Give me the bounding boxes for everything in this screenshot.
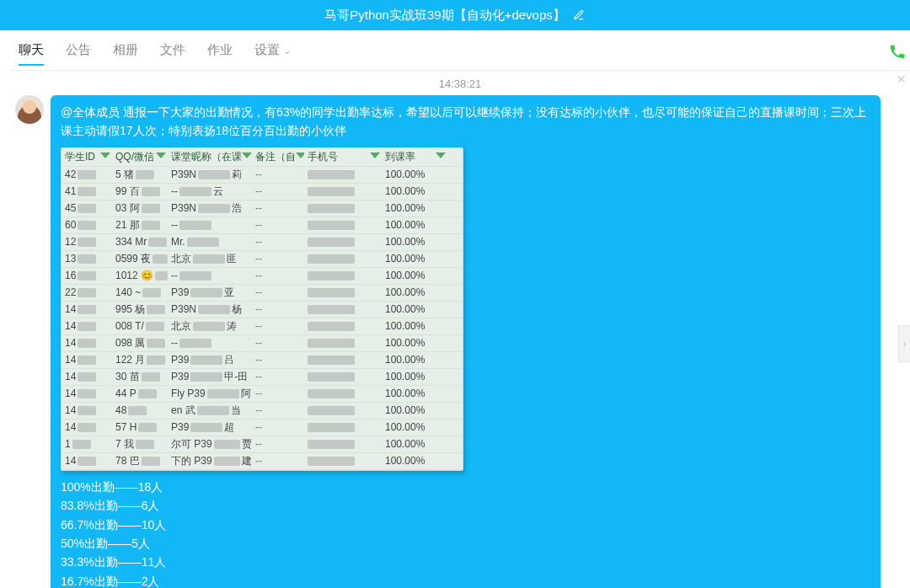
tab-files[interactable]: 文件	[160, 42, 185, 65]
titlebar: 马哥Python实战班39期【自动化+devops】	[0, 0, 910, 30]
message-bubble: @全体成员 通报一下大家的出勤情况，有63%的同学出勤率达标，希望以后可以继续保…	[51, 95, 881, 588]
close-icon[interactable]: ✕	[897, 72, 907, 86]
table-row: 14098 厲----100.00%	[62, 335, 463, 352]
table-row: 14008 T/北京涛--100.00%	[62, 318, 463, 335]
table-header: 学生ID QQ/微信 课堂昵称（在课 备注（自 手机号 到课率	[62, 148, 463, 167]
table-row: 161012 😊----100.00%	[62, 268, 463, 285]
col-phone: 手机号	[304, 149, 382, 165]
tab-album[interactable]: 相册	[113, 42, 138, 65]
col-rate: 到课率	[382, 149, 447, 165]
stats-line: 100%出勤——18人	[61, 478, 870, 496]
filter-icon[interactable]	[156, 152, 166, 162]
table-row: 130599 夜北京匪--100.00%	[62, 251, 463, 268]
message-row: @全体成员 通报一下大家的出勤情况，有63%的同学出勤率达标，希望以后可以继续保…	[10, 95, 910, 588]
table-row: 22140 ~P39亚--100.00%	[62, 285, 463, 302]
table-row: 12334 MrMr.--100.00%	[62, 234, 463, 251]
col-nickname: 课堂昵称（在课	[168, 149, 252, 165]
filter-icon[interactable]	[296, 152, 302, 162]
stats-list: 100%出勤——18人83.8%出勤——6人66.7%出勤——10人50%出勤—…	[61, 478, 870, 588]
timestamp: 14:38:21	[10, 71, 910, 95]
table-row: 4503 阿P39N浩--100.00%	[62, 200, 463, 217]
call-icon[interactable]	[888, 42, 907, 63]
edit-title-icon[interactable]	[572, 8, 586, 22]
filter-icon[interactable]	[370, 152, 380, 162]
col-qq: QQ/微信	[112, 149, 168, 165]
tab-settings-label: 设置	[254, 42, 280, 58]
avatar[interactable]	[15, 95, 44, 124]
filter-icon[interactable]	[100, 152, 110, 162]
filter-icon[interactable]	[242, 152, 250, 162]
window-title: 马哥Python实战班39期【自动化+devops】	[324, 8, 565, 24]
col-note: 备注（自	[252, 149, 304, 165]
message-body: 通报一下大家的出勤情况，有63%的同学出勤率达标，希望以后可以继续保持；没有达标…	[61, 105, 866, 137]
col-student-id: 学生ID	[62, 149, 112, 165]
stats-line: 66.7%出勤——10人	[61, 516, 870, 534]
table-row: 1478 巴下的 P39建--100.00%	[62, 453, 463, 470]
table-row: 14122 月P39吕--100.00%	[62, 352, 463, 369]
table-row: 6021 那----100.00%	[62, 217, 463, 234]
chevron-down-icon: ⌄	[283, 45, 292, 56]
tab-homework[interactable]: 作业	[207, 42, 233, 65]
tab-announce[interactable]: 公告	[66, 42, 91, 65]
stats-line: 16.7%出勤——2人	[61, 572, 870, 588]
table-row: 1430 苗P39甲-田--100.00%	[62, 369, 463, 386]
table-row: 14995 杨P39N杨--100.00%	[62, 302, 463, 318]
tab-settings[interactable]: 设置 ⌄	[254, 42, 292, 65]
stats-line: 33.3%出勤——11人	[61, 553, 870, 571]
mention: @全体成员	[61, 105, 120, 119]
tab-chat[interactable]: 聊天	[19, 42, 44, 65]
expand-sidepanel[interactable]: ›	[898, 325, 910, 362]
table-row: 17 我尔可 P39贾--100.00%	[62, 436, 463, 453]
table-row: 1457 HP39超--100.00%	[62, 420, 463, 436]
table-row: 1444 PFly P39阿--100.00%	[62, 386, 463, 403]
stats-line: 83.8%出勤——6人	[61, 496, 870, 515]
table-row: 4199 百--云--100.00%	[62, 184, 463, 200]
table-row: 1448en 武当--100.00%	[62, 403, 463, 420]
attendance-table: 学生ID QQ/微信 课堂昵称（在课 备注（自 手机号 到课率 425 猪P39…	[61, 147, 463, 471]
stats-line: 50%出勤——5人	[61, 534, 870, 553]
tab-bar: 聊天 公告 相册 文件 作业 设置 ⌄	[10, 30, 910, 71]
table-row: 425 猪P39N莉--100.00%	[62, 167, 463, 184]
filter-icon[interactable]	[436, 152, 446, 162]
